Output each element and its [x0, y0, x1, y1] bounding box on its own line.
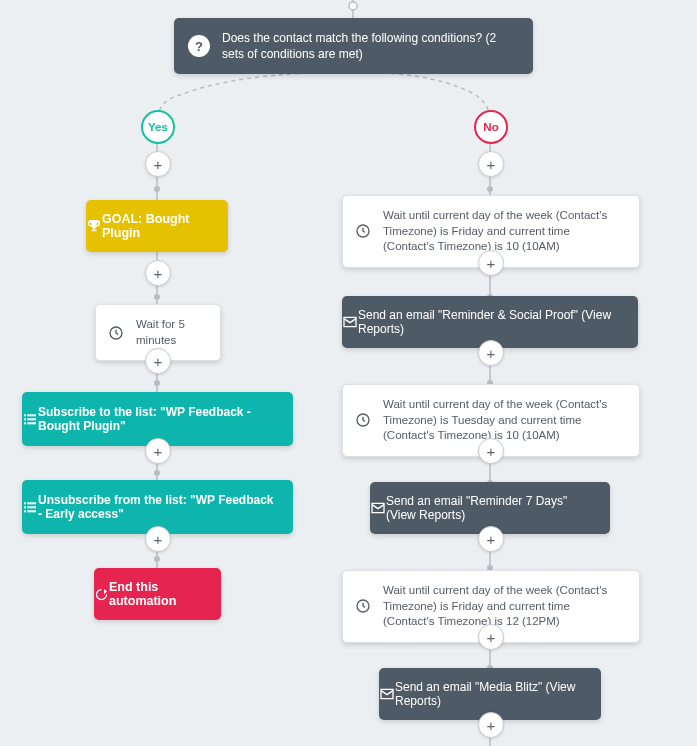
wait-2-text: Wait until current day of the week (Cont… — [383, 385, 639, 456]
add-step-button[interactable]: + — [145, 526, 171, 552]
end-node[interactable]: End this automation — [94, 568, 221, 620]
branch-yes-badge[interactable]: Yes — [141, 110, 175, 144]
list-icon — [22, 499, 38, 515]
svg-rect-15 — [27, 506, 36, 508]
svg-rect-14 — [27, 502, 36, 504]
svg-point-1 — [349, 2, 357, 10]
clock-icon — [343, 412, 383, 428]
mail-icon — [379, 686, 395, 702]
svg-rect-9 — [27, 418, 36, 420]
mail-icon — [370, 500, 386, 516]
add-step-button[interactable]: + — [478, 624, 504, 650]
svg-rect-5 — [24, 414, 26, 416]
add-step-button[interactable]: + — [478, 712, 504, 738]
goal-node[interactable]: GOAL: Bought Plugin — [86, 200, 228, 252]
trophy-icon — [86, 218, 102, 234]
wait-3-text: Wait until current day of the week (Cont… — [383, 571, 639, 642]
svg-rect-10 — [27, 422, 36, 424]
add-step-button[interactable]: + — [478, 526, 504, 552]
add-step-button[interactable]: + — [478, 340, 504, 366]
add-step-button[interactable]: + — [145, 260, 171, 286]
svg-rect-11 — [24, 502, 26, 504]
svg-rect-6 — [24, 418, 26, 420]
email-2-text: Send an email "Reminder 7 Days" (View Re… — [386, 482, 610, 534]
clock-icon — [343, 598, 383, 614]
clock-icon — [343, 223, 383, 239]
end-text: End this automation — [109, 568, 221, 620]
add-step-button[interactable]: + — [478, 250, 504, 276]
branch-no-badge[interactable]: No — [474, 110, 508, 144]
add-step-button[interactable]: + — [478, 151, 504, 177]
clock-icon — [96, 325, 136, 341]
svg-rect-13 — [24, 510, 26, 512]
list-icon — [22, 411, 38, 427]
svg-rect-7 — [24, 422, 26, 424]
email-3-text: Send an email "Media Blitz" (View Report… — [395, 668, 601, 720]
add-step-button[interactable]: + — [145, 151, 171, 177]
add-step-button[interactable]: + — [478, 438, 504, 464]
end-icon — [94, 587, 109, 602]
email-1-text: Send an email "Reminder & Social Proof" … — [358, 296, 638, 348]
condition-text: Does the contact match the following con… — [222, 18, 533, 74]
svg-rect-8 — [27, 414, 36, 416]
svg-rect-16 — [27, 510, 36, 512]
svg-rect-12 — [24, 506, 26, 508]
wait-1-text: Wait until current day of the week (Cont… — [383, 196, 639, 267]
unsubscribe-text: Unsubscribe from the list: "WP Feedback … — [38, 480, 293, 534]
add-step-button[interactable]: + — [145, 348, 171, 374]
mail-icon — [342, 314, 358, 330]
add-step-button[interactable]: + — [145, 438, 171, 464]
subscribe-text: Subscribe to the list: "WP Feedback - Bo… — [38, 392, 293, 446]
condition-node[interactable]: ? Does the contact match the following c… — [174, 18, 533, 74]
question-icon: ? — [188, 35, 210, 57]
goal-text: GOAL: Bought Plugin — [102, 200, 228, 252]
